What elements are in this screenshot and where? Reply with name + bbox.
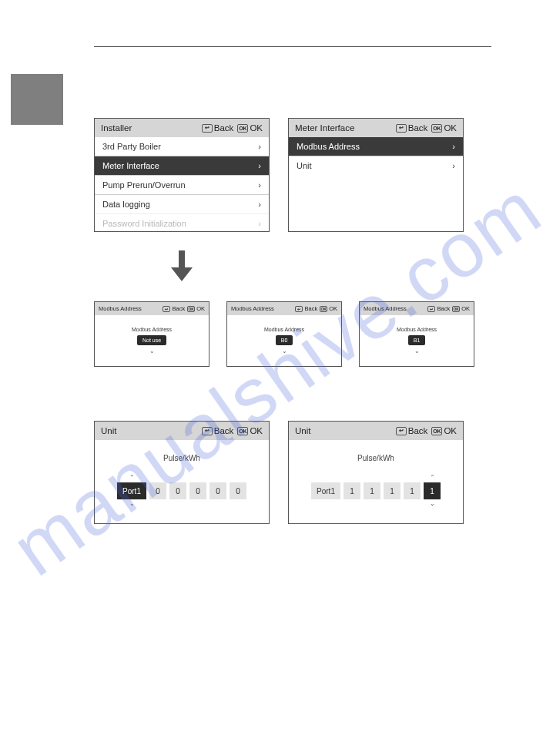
- modbus-value[interactable]: Not use: [137, 335, 166, 345]
- chevron-up-icon[interactable]: ⌃: [430, 475, 435, 481]
- list-item-label: Modbus Address: [297, 142, 360, 151]
- ok-button[interactable]: OKOK: [431, 426, 457, 435]
- digit-cell[interactable]: 1: [384, 482, 401, 499]
- back-button[interactable]: ↩Back: [396, 426, 428, 435]
- digit-cell[interactable]: 1: [344, 482, 360, 499]
- meter-list: Modbus Address › Unit ›: [289, 137, 463, 231]
- modbus-field-label: Modbus Address: [397, 327, 437, 332]
- modbus-body: Modbus Address B1 ⌄: [360, 315, 474, 366]
- list-item[interactable]: Unit ›: [289, 156, 463, 175]
- unit-panels-row: Unit ↩Back OKOK Pulse/kWh ⌃ Port1 ⌄ 0 0 …: [94, 421, 491, 524]
- panels-row-top: Installer ↩ Back OK OK 3rd Party Boiler …: [94, 118, 491, 232]
- ok-label: OK: [444, 426, 457, 435]
- digit-cell[interactable]: 0: [169, 482, 186, 499]
- modbus-title: Modbus Address: [364, 305, 407, 312]
- back-button[interactable]: ↩ Back: [396, 123, 428, 133]
- digit-cell[interactable]: 1: [424, 482, 441, 499]
- ok-label: OK: [461, 305, 470, 312]
- flow-arrow-down-icon: [94, 250, 270, 283]
- digit-cell[interactable]: 1: [364, 482, 380, 499]
- list-item-label: Password Initialization: [102, 219, 186, 228]
- ok-icon: OK: [320, 306, 327, 312]
- horizontal-rule: [94, 46, 491, 47]
- modbus-body: Modbus Address Not use ⌄: [95, 315, 209, 366]
- header-actions: ↩Back OKOK: [163, 305, 205, 312]
- installer-title: Installer: [101, 123, 132, 133]
- header-actions: ↩Back OKOK: [202, 426, 263, 435]
- port-cell[interactable]: Port1: [117, 482, 146, 499]
- installer-panel: Installer ↩ Back OK OK 3rd Party Boiler …: [94, 118, 270, 232]
- digit-cell[interactable]: 0: [149, 482, 166, 499]
- header-actions: ↩Back OKOK: [427, 305, 470, 312]
- modbus-value[interactable]: B0: [276, 335, 293, 345]
- digit-stepper[interactable]: ⌃ 1 ⌄: [424, 475, 441, 507]
- modbus-panels-row: Modbus Address ↩Back OKOK Modbus Address…: [94, 301, 491, 367]
- chevron-down-icon[interactable]: ⌄: [414, 348, 420, 354]
- ok-icon: OK: [431, 427, 442, 435]
- modbus-panel: Modbus Address ↩Back OKOK Modbus Address…: [226, 301, 342, 367]
- back-label: Back: [408, 123, 428, 133]
- list-item[interactable]: Data logging ›: [95, 194, 269, 213]
- header-actions: ↩Back OKOK: [295, 305, 337, 312]
- back-icon: ↩: [427, 306, 435, 312]
- digit-cell[interactable]: 0: [209, 482, 226, 499]
- ok-button[interactable]: OKOK: [452, 305, 470, 312]
- back-button[interactable]: ↩Back: [427, 305, 450, 312]
- ok-button[interactable]: OK OK: [237, 123, 263, 133]
- ok-button[interactable]: OK OK: [431, 123, 457, 133]
- back-button[interactable]: ↩ Back: [202, 123, 234, 133]
- list-item[interactable]: Pump Prerun/Overrun ›: [95, 175, 269, 194]
- modbus-body: Modbus Address B0 ⌄: [227, 315, 341, 366]
- digit-cell[interactable]: 1: [404, 482, 421, 499]
- chevron-right-icon: ›: [258, 161, 261, 170]
- chevron-up-icon[interactable]: ⌃: [129, 475, 135, 481]
- unit-title: Unit: [295, 426, 310, 435]
- chevron-right-icon: ›: [452, 142, 455, 151]
- list-item-label: Data logging: [102, 200, 150, 209]
- list-item-label: Meter Interface: [102, 161, 159, 170]
- list-item-label: Unit: [297, 161, 312, 170]
- unit-label: Pulse/kWh: [163, 454, 200, 462]
- unit-row: ⌃ Port1 ⌄ 0 0 0 0 0: [117, 475, 246, 507]
- modbus-panel: Modbus Address ↩Back OKOK Modbus Address…: [94, 301, 209, 367]
- meter-interface-panel: Meter Interface ↩ Back OK OK Modbus Addr…: [288, 118, 464, 232]
- back-button[interactable]: ↩Back: [202, 426, 234, 435]
- list-item[interactable]: 3rd Party Boiler ›: [95, 137, 269, 156]
- ok-button[interactable]: OKOK: [187, 305, 205, 312]
- meter-title: Meter Interface: [295, 123, 354, 133]
- digit-cell[interactable]: 0: [189, 482, 206, 499]
- modbus-field-label: Modbus Address: [264, 327, 304, 332]
- ok-button[interactable]: OKOK: [237, 426, 263, 435]
- back-icon: ↩: [396, 427, 407, 435]
- chevron-down-icon[interactable]: ⌄: [149, 348, 155, 354]
- ok-label: OK: [250, 123, 263, 133]
- unit-row: Port1 1 1 1 1 ⌃ 1 ⌄: [311, 475, 441, 507]
- ok-icon: OK: [237, 124, 248, 133]
- port-cell[interactable]: Port1: [311, 482, 340, 499]
- digit-cell[interactable]: 0: [230, 482, 246, 499]
- ok-button[interactable]: OKOK: [320, 305, 337, 312]
- back-icon: ↩: [295, 306, 303, 312]
- ok-icon: OK: [431, 124, 442, 133]
- list-item[interactable]: Meter Interface ›: [95, 156, 269, 175]
- unit-header: Unit ↩Back OKOK: [95, 422, 269, 440]
- modbus-value[interactable]: B1: [408, 335, 426, 345]
- header-actions: ↩ Back OK OK: [202, 123, 263, 133]
- back-button[interactable]: ↩Back: [163, 305, 185, 312]
- list-item[interactable]: Modbus Address ›: [289, 137, 463, 156]
- chevron-down-icon[interactable]: ⌄: [430, 501, 435, 507]
- modbus-header: Modbus Address ↩Back OKOK: [95, 302, 209, 315]
- modbus-panel: Modbus Address ↩Back OKOK Modbus Address…: [359, 301, 474, 367]
- port-stepper[interactable]: ⌃ Port1 ⌄: [117, 475, 146, 507]
- modbus-header: Modbus Address ↩Back OKOK: [227, 302, 341, 315]
- ok-label: OK: [196, 305, 205, 312]
- back-icon: ↩: [202, 427, 213, 435]
- back-label: Back: [408, 426, 428, 435]
- back-button[interactable]: ↩Back: [295, 305, 317, 312]
- chevron-down-icon[interactable]: ⌄: [282, 348, 287, 354]
- meter-header: Meter Interface ↩ Back OK OK: [289, 119, 463, 137]
- list-item-label: 3rd Party Boiler: [102, 142, 161, 151]
- chevron-down-icon[interactable]: ⌄: [129, 501, 135, 507]
- list-item[interactable]: Password Initialization ›: [95, 213, 269, 231]
- ok-label: OK: [329, 305, 337, 312]
